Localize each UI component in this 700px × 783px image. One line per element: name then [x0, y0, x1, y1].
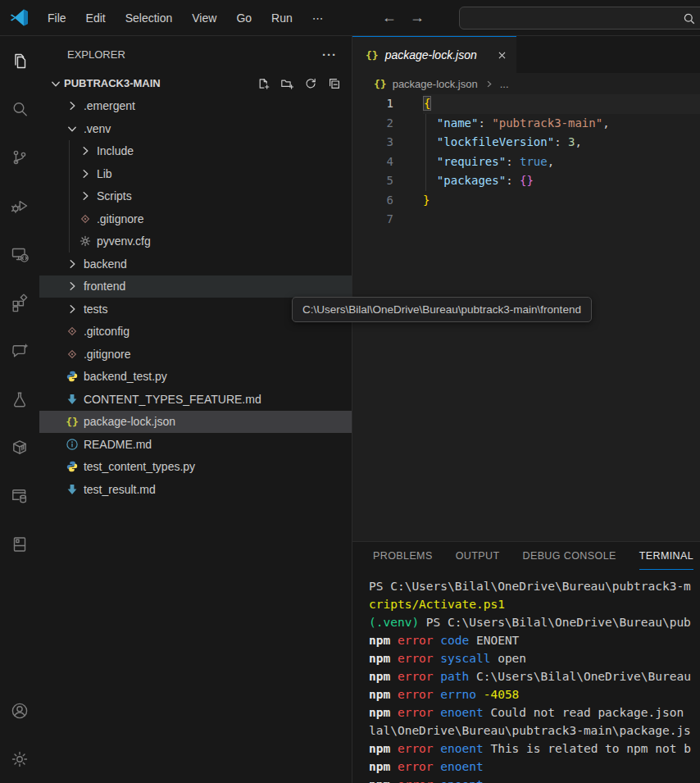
tab-package-lock-json[interactable]: {} package-lock.json	[352, 36, 516, 73]
activity-bar-containers[interactable]	[0, 423, 39, 471]
terminal-line-12: npm error enoent	[369, 776, 700, 783]
menu-selection[interactable]: Selection	[116, 7, 182, 29]
json-braces-icon: {}	[64, 416, 80, 428]
tree-item-readme-md[interactable]: README.md	[39, 433, 352, 456]
root-folder-label: PUBTRACK3-MAIN	[64, 77, 161, 89]
tree-item-test-result-md[interactable]: test_result.md	[39, 478, 352, 501]
explorer-more-icon[interactable]: ···	[322, 48, 337, 61]
search-icon	[10, 99, 30, 119]
breadcrumb-symbol[interactable]: ...	[500, 78, 509, 90]
activity-bar-remote-explorer[interactable]	[0, 230, 39, 278]
tree-item--gitignore[interactable]: .gitignore	[39, 343, 352, 366]
tab-label: package-lock.json	[385, 48, 477, 61]
gear-icon	[77, 234, 93, 248]
menu-go[interactable]: Go	[227, 7, 261, 29]
menu-edit[interactable]: Edit	[77, 7, 115, 29]
tree-item-scripts[interactable]: Scripts	[39, 185, 352, 208]
tree-item--gitconfig[interactable]: .gitconfig	[39, 321, 352, 344]
chat-icon	[10, 341, 30, 361]
activity-bar-search[interactable]	[0, 84, 39, 133]
new-file-icon[interactable]	[257, 77, 270, 90]
menu-more[interactable]: ⋯	[303, 7, 333, 29]
tree-item-pyvenv-cfg[interactable]: pyvenv.cfg	[39, 230, 352, 253]
code-line-5[interactable]: 5 "packages": {}	[352, 171, 700, 191]
activity-bar-database[interactable]	[0, 471, 39, 520]
tree-item-include[interactable]: Include	[39, 140, 352, 163]
containers-icon	[10, 438, 30, 458]
nav-forward-icon[interactable]: →	[410, 9, 425, 26]
code-line-4[interactable]: 4 "requires": true,	[352, 153, 700, 172]
code-line-3[interactable]: 3 "lockfileVersion": 3,	[352, 133, 700, 153]
activity-bar-chat[interactable]	[0, 326, 39, 375]
menu-view[interactable]: View	[183, 7, 225, 29]
bottom-panel: PROBLEMSOUTPUTDEBUG CONSOLETERMINAL PS C…	[352, 541, 700, 783]
tree-item-label: frontend	[80, 280, 125, 293]
source-control-icon	[10, 148, 30, 167]
tree-item-content-types-feature-md[interactable]: CONTENT_TYPES_FEATURE.md	[39, 388, 352, 411]
refresh-icon[interactable]	[304, 77, 317, 90]
tree-item-lib[interactable]: Lib	[39, 162, 352, 185]
menu-file[interactable]: File	[39, 7, 75, 29]
line-number: 7	[352, 210, 423, 230]
python-icon	[64, 460, 80, 473]
tree-item-test-content-types-py[interactable]: test_content_types.py	[39, 456, 352, 479]
terminal[interactable]: PS C:\Users\Bilal\OneDrive\Bureau\pubtra…	[352, 573, 700, 783]
tree-item--emergent[interactable]: .emergent	[39, 95, 352, 118]
git-icon	[77, 212, 93, 225]
code-line-7[interactable]: 7	[352, 210, 700, 230]
markdown-icon	[64, 393, 80, 406]
panel-tab-output[interactable]: OUTPUT	[456, 542, 500, 570]
code-line-2[interactable]: 2 "name": "pubtrack3-main",	[352, 114, 700, 134]
settings-gear-icon	[10, 749, 30, 769]
notebook-icon	[10, 535, 30, 554]
panel-tab-problems[interactable]: PROBLEMS	[373, 542, 433, 570]
git-icon	[64, 348, 80, 361]
activity-bar-run-and-debug[interactable]	[0, 181, 39, 230]
activity-bar-extensions[interactable]	[0, 278, 39, 326]
terminal-line-9: lal\OneDrive\Bureau\pubtrack3-main\packa…	[369, 722, 700, 740]
panel-tab-debug-console[interactable]: DEBUG CONSOLE	[522, 542, 616, 570]
terminal-line-3: (.venv) PS C:\Users\Bilal\OneDrive\Burea…	[369, 613, 700, 631]
nav-back-icon[interactable]: ←	[382, 9, 397, 26]
menu-run[interactable]: Run	[262, 7, 302, 29]
testing-icon	[10, 389, 30, 409]
command-center-search-input[interactable]	[459, 7, 700, 30]
tree-root-pubtrack3-main[interactable]: PUBTRACK3-MAIN	[39, 72, 352, 95]
indent-guide	[69, 207, 70, 230]
activity-bar-explorer[interactable]	[0, 36, 39, 84]
tree-item-frontend[interactable]: frontend	[39, 275, 352, 298]
tree-item-backend[interactable]: backend	[39, 253, 352, 275]
path-tooltip: C:\Users\Bilal\OneDrive\Bureau\pubtrack3…	[292, 297, 592, 322]
tree-item-backend-test-py[interactable]: backend_test.py	[39, 366, 352, 389]
activity-bar-notebook[interactable]	[0, 520, 39, 568]
line-number: 5	[352, 171, 423, 191]
terminal-line-4: npm error code ENOENT	[369, 631, 700, 649]
code-text	[423, 210, 700, 230]
activity-bar-manage[interactable]	[0, 735, 39, 783]
close-icon[interactable]	[496, 49, 508, 61]
search-icon	[683, 12, 696, 25]
tree-item-package-lock-json[interactable]: {} package-lock.json	[39, 411, 352, 434]
tree-item-label: .emergent	[80, 99, 135, 112]
tree-item-label: README.md	[80, 438, 152, 451]
tree-item--gitignore[interactable]: .gitignore	[39, 207, 352, 230]
tree-item--venv[interactable]: .venv	[39, 117, 352, 140]
code-text: "lockfileVersion": 3,	[423, 133, 700, 153]
vscode-logo-icon	[9, 7, 30, 28]
breadcrumb-file[interactable]: package-lock.json	[393, 78, 478, 90]
python-icon	[64, 370, 80, 383]
chevron-right-icon	[484, 79, 494, 89]
activity-bar-accounts[interactable]	[0, 686, 39, 735]
run-debug-icon	[10, 196, 30, 216]
tree-item-label: .gitignore	[93, 212, 143, 225]
code-line-1[interactable]: 1{	[352, 94, 700, 114]
activity-bar-source-control[interactable]	[0, 133, 39, 181]
activity-bar-testing[interactable]	[0, 375, 39, 423]
new-folder-icon[interactable]	[280, 77, 293, 90]
tree-item-label: package-lock.json	[80, 415, 175, 428]
terminal-line-7: npm error errno -4058	[369, 685, 700, 703]
panel-tab-terminal[interactable]: TERMINAL	[639, 542, 693, 570]
terminal-line-6: npm error path C:\Users\Bilal\OneDrive\B…	[369, 667, 700, 685]
code-line-6[interactable]: 6}	[352, 191, 700, 211]
collapse-all-icon[interactable]	[328, 77, 341, 90]
